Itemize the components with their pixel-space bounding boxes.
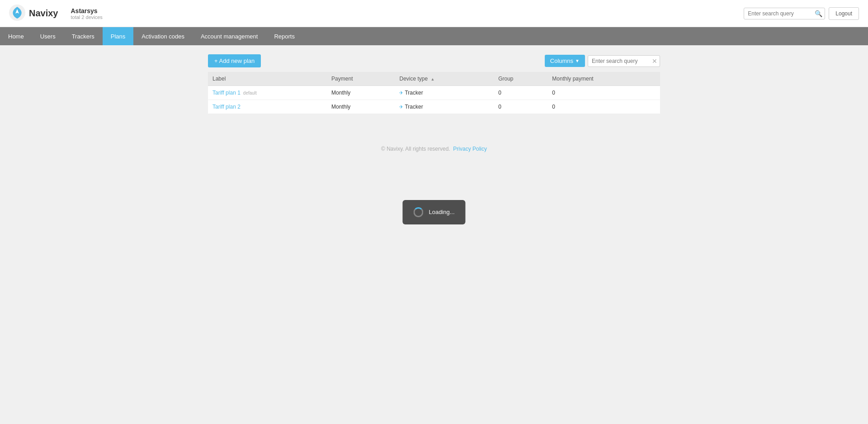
account-info: Astarsys total 2 devices: [71, 7, 103, 20]
cell-payment: Monthly: [327, 86, 395, 100]
col-header-monthly-payment: Monthly payment: [547, 72, 660, 86]
col-header-payment: Payment: [327, 72, 395, 86]
logout-button[interactable]: Logout: [829, 7, 859, 20]
cell-monthly-payment: 0: [547, 100, 660, 114]
account-devices: total 2 devices: [71, 14, 103, 20]
right-toolbar: Columns ▼ ✕: [545, 55, 660, 67]
brand-name: Navixy: [29, 8, 58, 19]
plan-link[interactable]: Tariff plan 1: [212, 90, 241, 96]
toolbar: + Add new plan Columns ▼ ✕: [208, 54, 660, 67]
table-header-row: Label Payment Device type ▲ Group Monthl…: [208, 72, 660, 86]
columns-button[interactable]: Columns ▼: [545, 55, 585, 67]
nav-item-home[interactable]: Home: [0, 27, 32, 45]
navixy-logo: [9, 5, 25, 22]
tracker-icon: ✈: [399, 90, 403, 95]
cell-device-type: ✈Tracker: [395, 100, 494, 114]
top-right: 🔍 Logout: [744, 7, 859, 20]
cell-payment: Monthly: [327, 100, 395, 114]
table-row: Tariff plan 2Monthly✈Tracker00: [208, 100, 660, 114]
nav-item-plans[interactable]: Plans: [103, 27, 134, 45]
main-navigation: Home Users Trackers Plans Activation cod…: [0, 27, 868, 45]
col-header-device-type[interactable]: Device type ▲: [395, 72, 494, 86]
footer-text: © Navixy. All rights reserved.: [381, 146, 450, 152]
brand: Navixy Astarsys total 2 devices: [9, 5, 103, 22]
nav-item-account-management[interactable]: Account management: [193, 27, 266, 45]
main-content: + Add new plan Columns ▼ ✕ Label Payment…: [199, 45, 669, 123]
columns-label: Columns: [550, 57, 573, 64]
privacy-policy-link[interactable]: Privacy Policy: [453, 146, 487, 152]
cell-label: Tariff plan 1default: [208, 86, 327, 100]
cell-device-type: ✈Tracker: [395, 86, 494, 100]
cell-monthly-payment: 0: [547, 86, 660, 100]
cell-group: 0: [494, 100, 547, 114]
table-row: Tariff plan 1defaultMonthly✈Tracker00: [208, 86, 660, 100]
top-bar: Navixy Astarsys total 2 devices 🔍 Logout: [0, 0, 868, 27]
add-new-plan-button[interactable]: + Add new plan: [208, 54, 261, 67]
cell-group: 0: [494, 86, 547, 100]
plans-table: Label Payment Device type ▲ Group Monthl…: [208, 72, 660, 114]
top-search-input[interactable]: [744, 8, 825, 19]
plans-table-body: Tariff plan 1defaultMonthly✈Tracker00Tar…: [208, 86, 660, 114]
nav-item-users[interactable]: Users: [32, 27, 64, 45]
nav-item-activation-codes[interactable]: Activation codes: [133, 27, 193, 45]
footer: © Navixy. All rights reserved. Privacy P…: [0, 137, 868, 161]
top-search-wrapper: 🔍: [744, 8, 825, 19]
table-search-wrapper: ✕: [588, 55, 660, 67]
cell-label: Tariff plan 2: [208, 100, 327, 114]
sort-icon: ▲: [431, 77, 435, 81]
default-badge: default: [243, 91, 257, 95]
table-search-input[interactable]: [588, 55, 660, 67]
col-header-label: Label: [208, 72, 327, 86]
nav-item-trackers[interactable]: Trackers: [64, 27, 103, 45]
plan-link[interactable]: Tariff plan 2: [212, 104, 241, 110]
col-header-group: Group: [494, 72, 547, 86]
tracker-icon: ✈: [399, 104, 403, 110]
account-name: Astarsys: [71, 7, 103, 14]
chevron-down-icon: ▼: [575, 58, 580, 63]
clear-search-icon[interactable]: ✕: [652, 57, 657, 65]
nav-item-reports[interactable]: Reports: [266, 27, 303, 45]
